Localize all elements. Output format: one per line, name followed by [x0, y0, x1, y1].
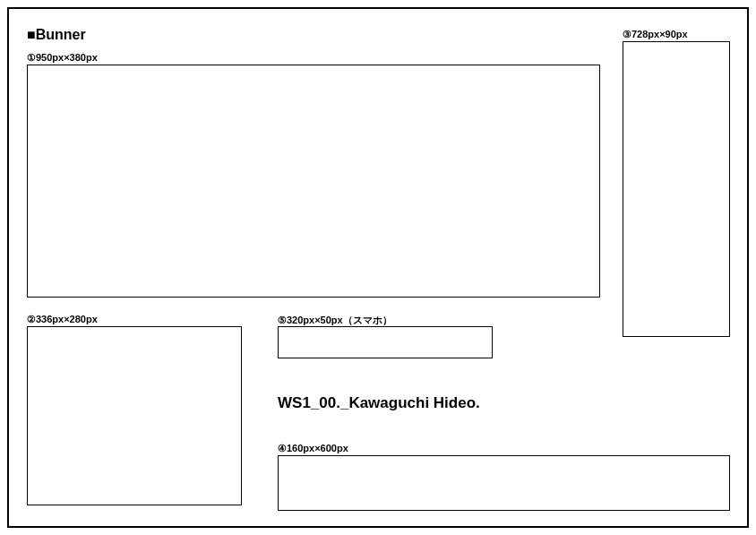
banner-5-label: ⑤320px×50px（スマホ） — [278, 314, 392, 327]
page-frame: ■Bunner ①950px×380px ②336px×280px ③728px… — [7, 7, 749, 528]
document-title: WS1_00._Kawaguchi Hideo. — [278, 394, 480, 412]
banner-3-label: ③728px×90px — [623, 29, 688, 40]
banner-2-placeholder — [27, 326, 242, 505]
banner-1-label: ①950px×380px — [27, 52, 98, 64]
banner-5-placeholder — [278, 326, 493, 358]
banner-1-placeholder — [27, 65, 600, 298]
banner-4-label: ④160px×600px — [278, 443, 348, 454]
banner-2-label: ②336px×280px — [27, 314, 98, 325]
section-title: ■Bunner — [27, 27, 86, 43]
banner-3-placeholder — [623, 41, 730, 337]
banner-4-placeholder — [278, 455, 730, 511]
